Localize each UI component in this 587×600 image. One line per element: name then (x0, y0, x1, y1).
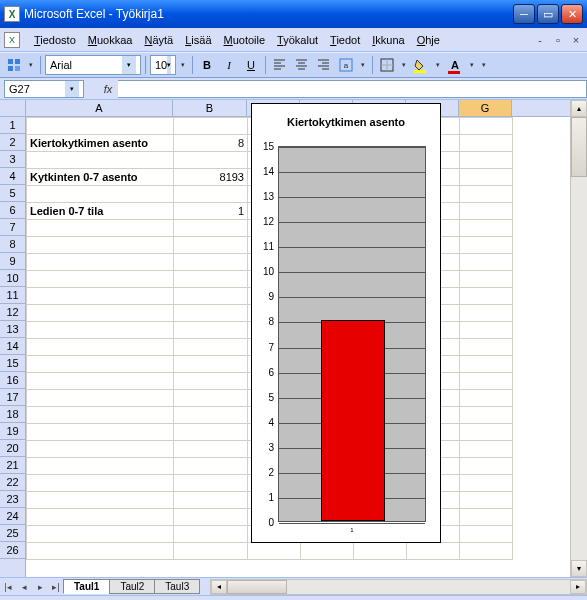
row-header-20[interactable]: 20 (0, 440, 25, 457)
cell-G13[interactable] (460, 322, 513, 339)
cell-B20[interactable] (174, 441, 248, 458)
align-right-button[interactable] (314, 55, 334, 75)
merge-center-button[interactable]: a (336, 55, 356, 75)
cell-A10[interactable] (27, 271, 174, 288)
cell-E26[interactable] (354, 543, 407, 560)
merge-dropdown[interactable]: ▾ (358, 61, 368, 69)
borders-button[interactable] (377, 55, 397, 75)
cell-B10[interactable] (174, 271, 248, 288)
cell-A11[interactable] (27, 288, 174, 305)
row-header-24[interactable]: 24 (0, 508, 25, 525)
formula-bar[interactable] (118, 80, 587, 98)
row-header-13[interactable]: 13 (0, 321, 25, 338)
menu-ikkuna[interactable]: Ikkuna (366, 32, 410, 48)
doc-minimize-button[interactable]: - (533, 33, 547, 47)
cell-B17[interactable] (174, 390, 248, 407)
row-header-10[interactable]: 10 (0, 270, 25, 287)
cell-G14[interactable] (460, 339, 513, 356)
cell-B15[interactable] (174, 356, 248, 373)
cell-B11[interactable] (174, 288, 248, 305)
cell-B5[interactable] (174, 186, 248, 203)
minimize-button[interactable]: ─ (513, 4, 535, 24)
cell-G2[interactable] (460, 135, 513, 152)
borders-dropdown[interactable]: ▾ (399, 61, 409, 69)
cell-A14[interactable] (27, 339, 174, 356)
row-header-12[interactable]: 12 (0, 304, 25, 321)
row-header-14[interactable]: 14 (0, 338, 25, 355)
cell-A25[interactable] (27, 526, 174, 543)
column-header-A[interactable]: A (26, 100, 173, 116)
horizontal-scrollbar[interactable]: ◂ ▸ (210, 579, 587, 595)
cell-G21[interactable] (460, 458, 513, 475)
cell-A23[interactable] (27, 492, 174, 509)
cell-G6[interactable] (460, 203, 513, 220)
cell-C26[interactable] (248, 543, 301, 560)
scroll-up-button[interactable]: ▴ (571, 100, 587, 117)
cell-G24[interactable] (460, 509, 513, 526)
row-header-11[interactable]: 11 (0, 287, 25, 304)
column-header-G[interactable]: G (459, 100, 512, 116)
fx-button[interactable]: fx (98, 80, 118, 98)
row-header-15[interactable]: 15 (0, 355, 25, 372)
cell-G20[interactable] (460, 441, 513, 458)
font-name-select[interactable]: Arial ▾ (45, 55, 141, 75)
font-color-button[interactable]: A (445, 55, 465, 75)
cell-A22[interactable] (27, 475, 174, 492)
align-left-button[interactable] (270, 55, 290, 75)
fill-color-dropdown[interactable]: ▾ (433, 61, 443, 69)
cell-B7[interactable] (174, 220, 248, 237)
tab-next-button[interactable]: ▸ (32, 579, 48, 595)
cell-A4[interactable]: Kytkinten 0-7 asento (27, 169, 174, 186)
cell-A8[interactable] (27, 237, 174, 254)
cell-A9[interactable] (27, 254, 174, 271)
cell-G25[interactable] (460, 526, 513, 543)
cell-B23[interactable] (174, 492, 248, 509)
bold-button[interactable]: B (197, 55, 217, 75)
cell-G26[interactable] (460, 543, 513, 560)
cell-G18[interactable] (460, 407, 513, 424)
menu-muotoile[interactable]: Muotoile (218, 32, 272, 48)
underline-button[interactable]: U (241, 55, 261, 75)
cell-G9[interactable] (460, 254, 513, 271)
cell-G19[interactable] (460, 424, 513, 441)
row-header-9[interactable]: 9 (0, 253, 25, 270)
cell-F26[interactable] (407, 543, 460, 560)
sheet-tab-Taul3[interactable]: Taul3 (154, 579, 200, 594)
cell-A21[interactable] (27, 458, 174, 475)
cell-A1[interactable] (27, 118, 174, 135)
row-header-2[interactable]: 2 (0, 134, 25, 151)
menu-lisää[interactable]: Lisää (179, 32, 217, 48)
cell-A3[interactable] (27, 152, 174, 169)
row-header-1[interactable]: 1 (0, 117, 25, 134)
embedded-chart[interactable]: Kiertokytkimen asento 012345678910111213… (251, 103, 441, 543)
document-icon[interactable]: X (4, 32, 20, 48)
hscroll-thumb[interactable] (227, 580, 287, 594)
name-box[interactable]: G27 ▾ (4, 80, 84, 98)
toolbar-overflow[interactable]: ▾ (479, 61, 489, 69)
cell-A16[interactable] (27, 373, 174, 390)
tab-prev-button[interactable]: ◂ (16, 579, 32, 595)
cell-B25[interactable] (174, 526, 248, 543)
cell-B16[interactable] (174, 373, 248, 390)
cell-A7[interactable] (27, 220, 174, 237)
scroll-left-button[interactable]: ◂ (211, 580, 227, 594)
italic-button[interactable]: I (219, 55, 239, 75)
cell-D26[interactable] (301, 543, 354, 560)
cell-G15[interactable] (460, 356, 513, 373)
cell-B13[interactable] (174, 322, 248, 339)
cell-A17[interactable] (27, 390, 174, 407)
row-header-19[interactable]: 19 (0, 423, 25, 440)
cell-B2[interactable]: 8 (174, 135, 248, 152)
cell-A13[interactable] (27, 322, 174, 339)
cell-B18[interactable] (174, 407, 248, 424)
cell-G3[interactable] (460, 152, 513, 169)
cell-G17[interactable] (460, 390, 513, 407)
row-header-25[interactable]: 25 (0, 525, 25, 542)
sheet-tab-Taul2[interactable]: Taul2 (109, 579, 155, 594)
cell-G16[interactable] (460, 373, 513, 390)
vscroll-thumb[interactable] (571, 117, 587, 177)
cell-A15[interactable] (27, 356, 174, 373)
cell-B4[interactable]: 8193 (174, 169, 248, 186)
cell-B22[interactable] (174, 475, 248, 492)
fill-color-button[interactable] (411, 55, 431, 75)
